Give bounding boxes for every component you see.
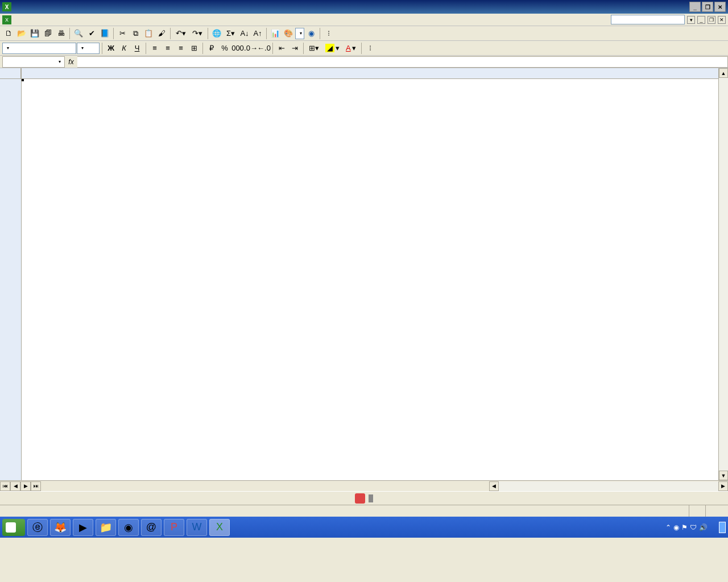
active-cell-border [22,79,24,81]
taskbar-player-icon[interactable]: ▶ [73,519,93,536]
underline-icon[interactable]: Ч [131,42,143,55]
redo-icon[interactable]: ↷▾ [189,27,205,40]
undo-icon[interactable]: ↶▾ [173,27,189,40]
percent-icon[interactable]: % [218,42,231,55]
windows-taskbar: ⊞ ⓔ 🦊 ▶ 📁 ◉ @ P W X ⌃ ◉ ⚑ 🛡 🔊 [0,517,728,538]
status-empty [705,505,723,517]
vertical-scrollbar[interactable]: ▲ ▼ [718,68,728,480]
tab-next-icon[interactable]: ▶ [20,481,31,491]
print-preview-icon[interactable]: 🔍 [72,27,85,40]
lang-indicator-icon[interactable] [355,493,365,504]
comma-icon[interactable]: 000 [231,42,244,55]
borders-icon[interactable]: ⊞▾ [306,42,322,55]
decrease-decimal-icon[interactable]: ←.0 [258,42,270,55]
tray-shield-icon[interactable]: 🛡 [690,523,697,531]
taskbar-word-icon[interactable]: W [187,519,207,536]
name-box[interactable]: ▾ [2,56,65,68]
hyperlink-icon[interactable]: 🌐 [210,27,223,40]
tray-chevron-icon[interactable]: ⌃ [665,523,671,531]
tray-status-icon[interactable]: ◉ [673,523,679,531]
sort-desc-icon[interactable]: A↑ [251,27,264,40]
doc-restore-button[interactable]: ❐ [708,16,715,24]
permission-icon[interactable]: 🗐 [42,27,54,40]
taskbar-chrome-icon[interactable]: ◉ [118,519,139,536]
research-icon[interactable]: 📘 [98,27,111,40]
restore-button[interactable]: ❐ [702,2,713,12]
taskbar-excel-icon[interactable]: X [209,519,230,536]
tray-flag-icon[interactable]: ⚑ [681,523,688,531]
standard-toolbar: 🗋 📂 💾 🗐 🖶 🔍 ✔ 📘 ✂ ⧉ 📋 🖌 ↶▾ ↷▾ 🌐 Σ▾ A↓ A↑… [0,26,728,41]
format-painter-icon[interactable]: 🖌 [155,27,168,40]
align-center-icon[interactable]: ≡ [162,42,174,55]
toolbar-options-icon[interactable]: ⁝ [364,42,377,55]
formula-bar: ▾ fx [0,56,728,68]
ask-question-input[interactable] [611,15,685,24]
lang-handle-icon[interactable] [369,494,373,502]
document-icon[interactable]: X [2,15,11,24]
status-bar [0,505,728,517]
zoom-combo[interactable]: ▾ [295,28,304,39]
save-icon[interactable]: 💾 [28,27,41,40]
font-size-combo[interactable]: ▾ [77,43,100,54]
taskbar-powerpoint-icon[interactable]: P [164,519,184,536]
copy-icon[interactable]: ⧉ [129,27,142,40]
spreadsheet-grid: ▲ ▼ [0,68,728,480]
scroll-up-icon[interactable]: ▲ [719,68,728,78]
excel-icon: X [2,2,11,11]
merge-center-icon[interactable]: ⊞ [188,42,200,55]
sort-asc-icon[interactable]: A↓ [238,27,251,40]
fill-color-icon[interactable]: ◢▾ [322,42,342,55]
italic-icon[interactable]: К [118,42,130,55]
windows-flag-icon: ⊞ [6,522,16,533]
print-icon[interactable]: 🖶 [55,27,67,40]
taskbar-firefox-icon[interactable]: 🦊 [50,519,71,536]
increase-decimal-icon[interactable]: .0→ [245,42,257,55]
open-icon[interactable]: 📂 [15,27,28,40]
currency-icon[interactable]: ₽ [205,42,218,55]
tray-volume-icon[interactable]: 🔊 [699,523,708,531]
paste-icon[interactable]: 📋 [142,27,155,40]
chart-icon[interactable]: 📊 [269,27,282,40]
tab-prev-icon[interactable]: ◀ [10,481,20,491]
toolbar-options-icon[interactable]: ⁝ [322,27,335,40]
scroll-left-icon[interactable]: ◀ [489,481,499,491]
close-button[interactable]: ✕ [714,2,726,12]
doc-minimize-button[interactable]: _ [697,16,705,24]
taskbar-explorer-icon[interactable]: 📁 [96,519,116,536]
autosum-icon[interactable]: Σ▾ [224,27,238,40]
decrease-indent-icon[interactable]: ⇤ [275,42,288,55]
doc-close-button[interactable]: ✕ [718,16,726,24]
taskbar-ie-icon[interactable]: ⓔ [27,519,48,536]
system-tray: ⌃ ◉ ⚑ 🛡 🔊 [660,522,726,533]
titlebar: X _ ❐ ✕ [0,0,728,14]
start-button[interactable]: ⊞ [2,519,25,536]
fx-icon[interactable]: fx [65,58,77,66]
status-num [689,505,705,517]
dropdown-icon[interactable]: ▾ [687,16,695,24]
align-right-icon[interactable]: ≡ [175,42,187,55]
font-combo[interactable]: ▾ [2,43,76,54]
taskbar-mail-icon[interactable]: @ [141,519,162,536]
new-icon[interactable]: 🗋 [2,27,15,40]
tray-desktop-icon[interactable] [719,522,726,533]
align-left-icon[interactable]: ≡ [148,42,161,55]
minimize-button[interactable]: _ [689,2,701,12]
menubar: X ▾ _ ❐ ✕ [0,14,728,26]
bold-icon[interactable]: Ж [105,42,117,55]
language-bar [0,491,728,505]
spelling-icon[interactable]: ✔ [85,27,98,40]
tab-last-icon[interactable]: ⏭ [31,481,41,491]
tab-first-icon[interactable]: ⏮ [0,481,10,491]
font-color-icon[interactable]: A▾ [343,42,359,55]
scroll-down-icon[interactable]: ▼ [719,471,728,480]
select-all-corner[interactable] [0,68,21,79]
horizontal-scrollbar[interactable]: ◀ ▶ [489,481,728,491]
formatting-toolbar: ▾ ▾ Ж К Ч ≡ ≡ ≡ ⊞ ₽ % 000 .0→ ←.0 ⇤ ⇥ ⊞▾… [0,41,728,56]
cut-icon[interactable]: ✂ [116,27,129,40]
formula-input[interactable] [77,56,728,68]
scroll-right-icon[interactable]: ▶ [718,481,728,491]
sheet-tab-bar: ⏮ ◀ ▶ ⏭ ◀ ▶ [0,480,728,491]
increase-indent-icon[interactable]: ⇥ [288,42,301,55]
help-icon[interactable]: ◉ [305,27,317,40]
drawing-icon[interactable]: 🎨 [282,27,295,40]
